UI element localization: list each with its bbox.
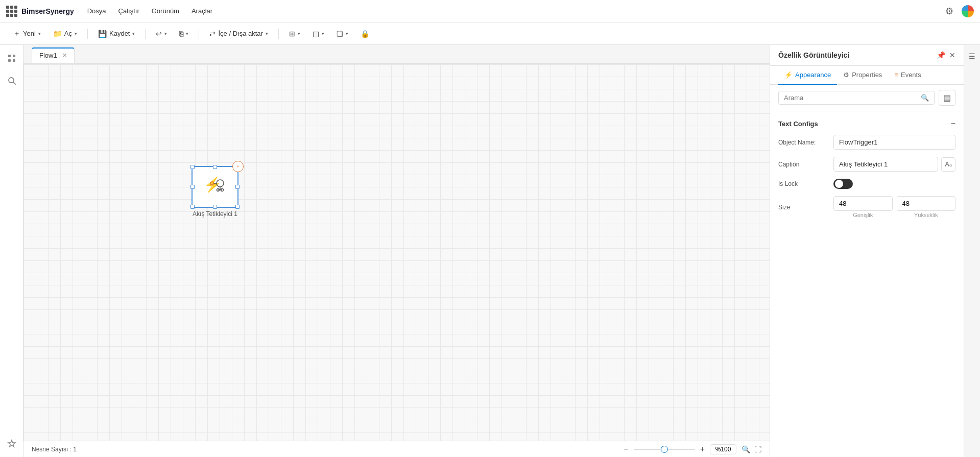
text-configs-section: Text Configs −	[778, 119, 955, 128]
menu-gorunum[interactable]: Görünüm	[151, 5, 180, 17]
caption-row: Caption Aₐ	[778, 157, 955, 172]
menu-calistir[interactable]: Çalıştır	[117, 5, 140, 17]
profile-icon[interactable]	[962, 5, 974, 17]
zoom-fill	[634, 449, 664, 450]
zoom-thumb[interactable]	[661, 446, 668, 453]
logo-text: BimserSynergy	[21, 7, 74, 15]
panel-layout-icon[interactable]: ▤	[939, 90, 955, 106]
tab-flow1[interactable]: Flow1 ✕	[32, 47, 75, 63]
size-row: Size Genişlik Yükseklik	[778, 196, 955, 218]
section-title: Text Configs	[778, 120, 818, 128]
caption-translate-button[interactable]: Aₐ	[941, 157, 955, 172]
group-button[interactable]: ❏ ▾	[331, 27, 353, 40]
canvas[interactable]: + ⚡	[23, 64, 770, 441]
panel-tabs: ⚡ Appearance ⚙ Properties ≡ Events	[770, 66, 964, 85]
size-width-wrap: Genişlik	[833, 196, 893, 218]
handle-mr[interactable]	[235, 185, 240, 189]
menu-araclar[interactable]: Araçlar	[190, 5, 213, 17]
panel-search-area: 🔍 ▤	[770, 85, 964, 111]
layout-button[interactable]: ▤ ▾	[307, 27, 329, 40]
save-label: Kaydet	[109, 30, 130, 37]
search-input[interactable]	[784, 94, 918, 102]
zoom-slider[interactable]	[634, 445, 695, 453]
copy-icon: ⎘	[179, 30, 183, 38]
zoom-input[interactable]	[710, 444, 736, 454]
group-dropdown-arrow: ▾	[346, 31, 348, 36]
toggle-thumb	[835, 180, 843, 188]
tab-events[interactable]: ≡ Events	[888, 66, 927, 85]
new-dropdown-arrow: ▾	[38, 31, 41, 36]
group-icon: ❏	[337, 30, 343, 38]
export-label: İçe / Dışa aktar	[218, 30, 262, 37]
component-label: Akış Tetikleyici 1	[193, 210, 237, 218]
panel-header: Özellik Görüntüleyici 📌 ✕	[770, 45, 964, 66]
search-icon[interactable]: 🔍	[921, 94, 929, 102]
far-right-panel-icon[interactable]: ☰	[966, 49, 978, 63]
is-lock-row: Is Lock	[778, 179, 955, 189]
copy-button[interactable]: ⎘ ▾	[174, 27, 194, 40]
grid-toggle-button[interactable]: ⊞ ▾	[284, 27, 305, 40]
menu-dosya[interactable]: Dosya	[86, 5, 107, 17]
size-height-wrap: Yükseklik	[897, 196, 956, 218]
svg-rect-3	[13, 59, 15, 62]
tab-appearance[interactable]: ⚡ Appearance	[778, 66, 837, 85]
panel-header-icons: 📌 ✕	[937, 51, 955, 59]
zoom-track	[634, 449, 695, 450]
undo-icon: ↩	[156, 30, 162, 38]
lock-icon: 🔒	[361, 30, 369, 38]
handle-bl[interactable]	[190, 205, 195, 209]
object-name-label: Object Name:	[778, 139, 829, 146]
appearance-tab-label: Appearance	[795, 71, 831, 79]
is-lock-toggle[interactable]	[833, 179, 853, 189]
properties-tab-icon: ⚙	[843, 71, 849, 79]
open-button[interactable]: 📁 Aç ▾	[48, 27, 82, 40]
size-height-input[interactable]	[897, 196, 956, 211]
sidebar-icon-star[interactable]	[5, 437, 19, 451]
handle-tl[interactable]	[190, 165, 195, 169]
sidebar-icon-tools[interactable]	[5, 51, 19, 65]
size-width-input[interactable]	[833, 196, 893, 211]
sidebar-icon-search[interactable]	[5, 74, 19, 88]
caption-input[interactable]	[833, 157, 938, 172]
panel-close-icon[interactable]: ✕	[949, 51, 955, 59]
component-box[interactable]: + ⚡	[192, 166, 238, 207]
events-tab-icon: ≡	[894, 71, 898, 79]
zoom-in-button[interactable]: +	[700, 445, 705, 454]
grid-icon	[6, 6, 17, 17]
section-collapse-icon[interactable]: −	[951, 119, 955, 128]
zoom-out-button[interactable]: −	[624, 445, 628, 454]
caption-input-group: Aₐ	[833, 157, 955, 172]
handle-bm[interactable]	[213, 205, 217, 209]
zoom-fit-icon[interactable]: ⛶	[754, 445, 761, 453]
undo-button[interactable]: ↩ ▾	[151, 27, 172, 40]
zoom-search-icon[interactable]: 🔍	[742, 445, 750, 453]
toolbar-sep-3	[199, 29, 199, 39]
handle-tm[interactable]	[213, 165, 217, 169]
grid-view-icon: ⊞	[289, 30, 295, 38]
object-name-input[interactable]	[833, 135, 955, 150]
far-right-panel: ☰	[964, 45, 980, 457]
handle-ml[interactable]	[190, 185, 195, 189]
lock-button[interactable]: 🔒	[355, 27, 374, 40]
handle-br[interactable]	[235, 205, 240, 209]
panel-title: Özellik Görüntüleyici	[778, 51, 849, 59]
svg-line-5	[13, 82, 15, 84]
app-logo: BimserSynergy	[6, 6, 74, 17]
save-button[interactable]: 💾 Kaydet ▾	[93, 27, 140, 40]
export-icon: ⇄	[209, 30, 216, 38]
svg-rect-1	[13, 55, 15, 57]
flow-component[interactable]: + ⚡	[192, 166, 238, 218]
new-button[interactable]: ＋ Yeni ▾	[8, 27, 46, 41]
export-button[interactable]: ⇄ İçe / Dışa aktar ▾	[204, 27, 273, 40]
open-label: Aç	[64, 30, 72, 37]
component-connector[interactable]: +	[232, 161, 244, 172]
settings-icon[interactable]: ⚙	[943, 5, 955, 17]
tab-properties[interactable]: ⚙ Properties	[837, 66, 888, 85]
svg-rect-0	[8, 55, 11, 57]
layout-dropdown-arrow: ▾	[322, 31, 324, 36]
panel-pin-icon[interactable]: 📌	[937, 51, 945, 59]
menu-items: Dosya Çalıştır Görünüm Araçlar	[86, 5, 213, 17]
tab-flow1-close[interactable]: ✕	[62, 52, 67, 59]
save-dropdown-arrow: ▾	[132, 31, 135, 36]
export-dropdown-arrow: ▾	[266, 31, 268, 36]
